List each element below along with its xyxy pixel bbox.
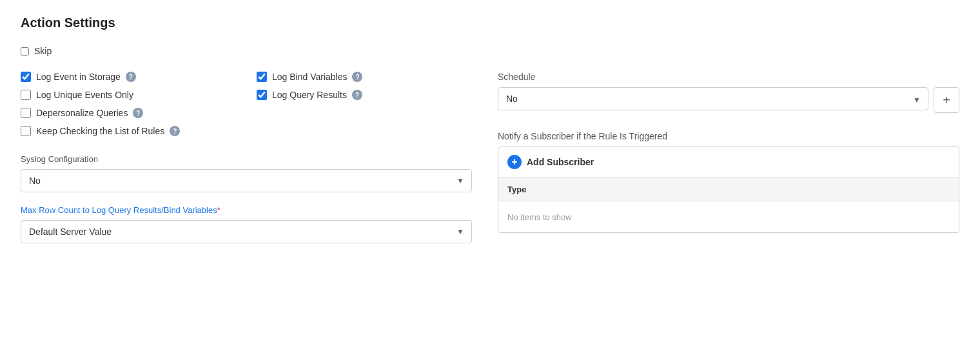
log-event-storage-label: Log Event in Storage [36,72,121,82]
type-column-label: Type [507,185,526,194]
max-row-count-select[interactable]: Default Server Value [21,220,472,243]
no-items-text: No items to show [507,212,572,222]
log-bind-variables-checkbox[interactable] [257,72,267,82]
schedule-label: Schedule [498,72,959,82]
log-query-results-item: Log Query Results ? [257,90,472,100]
log-query-results-help-icon[interactable]: ? [352,90,362,100]
subscriber-box: + Add Subscriber Type No items to show [498,147,959,233]
depersonalize-queries-checkbox[interactable] [21,108,31,118]
log-unique-events-label: Log Unique Events Only [36,90,133,100]
log-bind-variables-help-icon[interactable]: ? [352,72,362,82]
schedule-row: No Yes ▼ + [498,87,959,113]
log-query-results-checkbox[interactable] [257,90,267,100]
schedule-select[interactable]: No Yes [498,87,928,110]
keep-checking-help-icon[interactable]: ? [170,126,180,136]
skip-checkbox[interactable] [21,47,29,56]
log-event-storage-item: Log Event in Storage ? [21,72,236,82]
depersonalize-queries-item: Depersonalize Queries ? [21,108,236,118]
notify-label: Notify a Subscriber if the Rule Is Trigg… [498,131,959,141]
no-items-row: No items to show [498,201,959,232]
log-bind-variables-item: Log Bind Variables ? [257,72,472,82]
log-unique-events-checkbox[interactable] [21,90,31,100]
log-query-results-label: Log Query Results [272,90,347,100]
schedule-select-wrapper: No Yes ▼ [498,87,928,113]
syslog-config-section: Syslog Configuration No Yes ▼ [21,154,472,192]
log-event-storage-checkbox[interactable] [21,72,31,82]
skip-label: Skip [34,46,52,56]
add-subscriber-icon: + [507,155,522,169]
log-bind-variables-label: Log Bind Variables [272,72,347,82]
keep-checking-checkbox[interactable] [21,126,31,136]
add-subscriber-row[interactable]: + Add Subscriber [498,147,959,177]
add-schedule-button[interactable]: + [934,87,959,113]
type-column-header: Type [498,177,959,201]
max-row-count-label: Max Row Count to Log Query Results/Bind … [21,205,472,215]
max-row-count-section: Max Row Count to Log Query Results/Bind … [21,205,472,243]
page-title: Action Settings [21,15,959,30]
depersonalize-queries-label: Depersonalize Queries [36,108,128,118]
log-unique-events-item: Log Unique Events Only [21,90,236,100]
max-row-count-select-wrapper: Default Server Value ▼ [21,220,472,243]
keep-checking-item: Keep Checking the List of Rules ? [21,126,236,136]
add-subscriber-label: Add Subscriber [527,157,594,167]
keep-checking-label: Keep Checking the List of Rules [36,126,164,136]
syslog-config-label: Syslog Configuration [21,154,472,164]
syslog-config-select[interactable]: No Yes [21,169,472,192]
log-event-storage-help-icon[interactable]: ? [126,72,136,82]
syslog-config-select-wrapper: No Yes ▼ [21,169,472,192]
depersonalize-help-icon[interactable]: ? [133,108,143,118]
